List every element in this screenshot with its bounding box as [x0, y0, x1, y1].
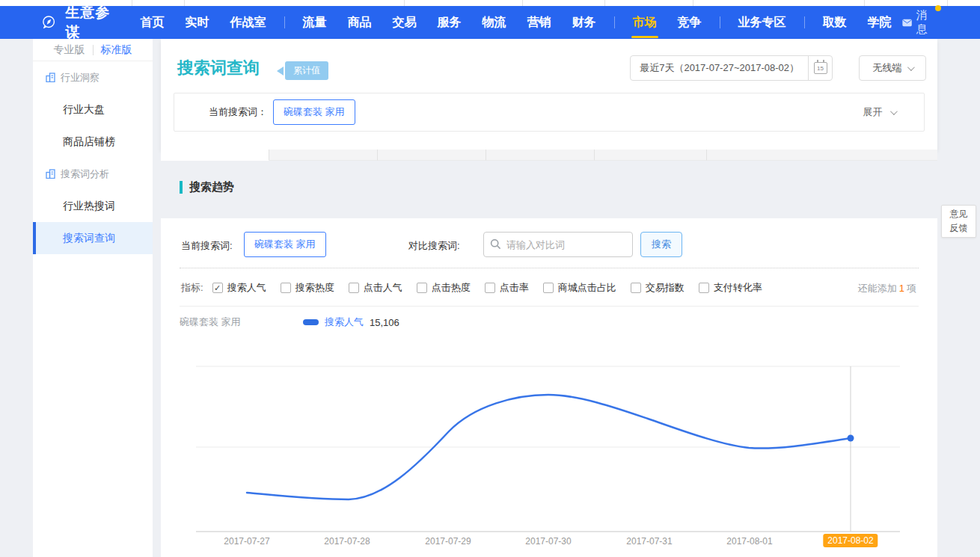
nav-item-finance[interactable]: 财务: [562, 6, 607, 39]
feedback-button[interactable]: 意见 反馈: [941, 205, 976, 238]
metric-trade-index[interactable]: 交易指数: [631, 281, 685, 295]
x-tick: 2017-07-30: [525, 536, 571, 547]
legend-series-name[interactable]: 搜索人气: [325, 316, 364, 329]
nav-items: 首页 实时 作战室 流量 商品 交易 服务 物流 营销 财务 市场 竞争 业务专…: [130, 6, 902, 39]
checkbox-icon[interactable]: [543, 283, 554, 293]
notification-dot: [935, 5, 941, 11]
metric-click-rate[interactable]: 点击率: [485, 281, 529, 295]
checkbox-icon[interactable]: [349, 283, 359, 293]
nav-item-market-active[interactable]: 市场: [622, 6, 667, 39]
nav-item-academy[interactable]: 学院: [857, 6, 902, 39]
nav-item-warroom[interactable]: 作战室: [220, 6, 277, 39]
add-more-hint: 还能添加1项: [858, 282, 916, 295]
trend-keyword-button[interactable]: 碗碟套装 家用: [244, 232, 326, 257]
tab-segment[interactable]: [378, 150, 486, 161]
sidebar-item-label: 商品店铺榜: [63, 135, 115, 149]
endpoint-marker[interactable]: [848, 435, 854, 442]
trend-line-chart[interactable]: 2017-07-27 2017-07-28 2017-07-29 2017-07…: [196, 359, 900, 555]
sidebar-item-label: 行业大盘: [63, 103, 105, 117]
checkbox-icon[interactable]: [485, 283, 495, 293]
version-pro[interactable]: 专业版: [54, 43, 85, 57]
expand-toggle[interactable]: 展开: [863, 105, 895, 119]
tab-segment[interactable]: [269, 150, 378, 161]
nav-item-service[interactable]: 服务: [427, 6, 472, 39]
add-more-prefix: 还能添加: [858, 283, 897, 294]
metric-label: 支付转化率: [714, 281, 762, 295]
checkbox-icon[interactable]: [417, 283, 427, 293]
nav-item-traffic[interactable]: 流量: [293, 6, 337, 39]
brand[interactable]: 生意参谋: [41, 3, 112, 42]
search-button[interactable]: 搜索: [640, 232, 682, 257]
tab-segment[interactable]: [707, 150, 937, 161]
sidebar-section-label: 搜索词分析: [61, 167, 109, 181]
section-title-bar: [180, 181, 183, 194]
nav-item-marketing[interactable]: 营销: [517, 6, 562, 39]
x-tick: 2017-07-27: [224, 536, 269, 547]
sidebar-item-hot-search-words[interactable]: 行业热搜词: [33, 190, 153, 222]
tab-segment[interactable]: [595, 150, 707, 161]
sidebar-item-goods-shop-rank[interactable]: 商品店铺榜: [33, 126, 153, 158]
metric-payment-conversion[interactable]: 支付转化率: [699, 281, 762, 295]
metric-search-heat[interactable]: 搜索热度: [281, 281, 334, 295]
nav-item-goods[interactable]: 商品: [337, 6, 382, 39]
nav-divider: [284, 16, 285, 28]
checkbox-checked-icon[interactable]: [212, 283, 223, 293]
x-tick: 2017-07-28: [324, 536, 370, 547]
sidebar-section-label: 行业洞察: [61, 71, 99, 84]
hidden-tab-strip: [161, 150, 937, 161]
nav-item-competition[interactable]: 竞争: [667, 6, 712, 39]
metric-label: 搜索人气: [227, 281, 266, 295]
top-content-sliver: [0, 0, 980, 6]
tab-segment[interactable]: [486, 150, 595, 161]
terminal-label: 无线端: [873, 61, 902, 75]
nav-item-trade[interactable]: 交易: [382, 6, 427, 39]
badge-arrow-left-icon: [277, 67, 284, 76]
sidebar-section-search-analysis: 搜索词分析: [33, 158, 153, 190]
tab-segment-active[interactable]: [161, 150, 269, 161]
top-navbar: 生意参谋 首页 实时 作战室 流量 商品 交易 服务 物流 营销 财务 市场 竞…: [0, 6, 980, 39]
date-range-picker[interactable]: 最近7天（2017-07-27~2017-08-02） 15: [630, 55, 833, 81]
nav-item-data-fetch[interactable]: 取数: [812, 6, 857, 39]
version-divider: [93, 45, 94, 55]
checkbox-icon[interactable]: [281, 283, 291, 293]
legend-series-value: 15,106: [370, 317, 399, 328]
x-tick: 2017-07-29: [425, 536, 471, 547]
add-more-count: 1: [899, 283, 904, 294]
nav-item-logistics[interactable]: 物流: [472, 6, 517, 39]
page-title: 搜索词查询: [177, 57, 260, 79]
compare-keyword-label: 对比搜索词:: [408, 239, 460, 253]
metric-label: 点击率: [500, 281, 529, 295]
metric-label: 点击热度: [432, 281, 471, 295]
metric-click-heat[interactable]: 点击热度: [417, 281, 471, 295]
current-keyword-panel: 当前搜索词： 碗碟套装 家用 展开: [174, 93, 925, 132]
badge-label: 累计值: [285, 61, 328, 80]
dotted-divider: [180, 268, 919, 268]
terminal-dropdown[interactable]: 无线端: [859, 55, 926, 81]
metric-search-popularity[interactable]: 搜索人气: [212, 281, 266, 295]
calendar-button[interactable]: 15: [808, 56, 832, 80]
metrics-label: 指标:: [181, 281, 203, 295]
message-button[interactable]: 消息: [902, 8, 934, 37]
chart-legend: 碗碟套装 家用 搜索人气 15,106: [180, 316, 399, 329]
compare-keyword-input[interactable]: [483, 232, 633, 257]
trend-section-title: 搜索趋势: [180, 180, 234, 194]
sidebar-item-search-word-query[interactable]: 搜索词查询: [33, 222, 153, 254]
nav-divider: [614, 16, 615, 28]
metric-click-popularity[interactable]: 点击人气: [349, 281, 402, 295]
nav-item-home[interactable]: 首页: [130, 6, 175, 39]
calendar-icon: 15: [814, 62, 827, 74]
chevron-down-icon: [890, 108, 898, 115]
checkbox-icon[interactable]: [631, 283, 641, 293]
metric-mall-click-share[interactable]: 商城点击占比: [543, 281, 616, 295]
sidebar-item-label: 搜索词查询: [63, 232, 115, 245]
current-keyword-button[interactable]: 碗碟套装 家用: [273, 99, 355, 125]
add-more-suffix: 项: [907, 283, 916, 294]
nav-item-realtime[interactable]: 实时: [175, 6, 220, 39]
nav-item-business-zone[interactable]: 业务专区: [728, 6, 797, 39]
x-tick: 2017-08-01: [726, 536, 772, 547]
sidebar-item-industry-dashboard[interactable]: 行业大盘: [33, 93, 153, 126]
nav-divider: [804, 16, 805, 28]
metric-label: 点击人气: [364, 281, 402, 295]
version-standard[interactable]: 标准版: [101, 43, 132, 57]
checkbox-icon[interactable]: [699, 283, 709, 293]
